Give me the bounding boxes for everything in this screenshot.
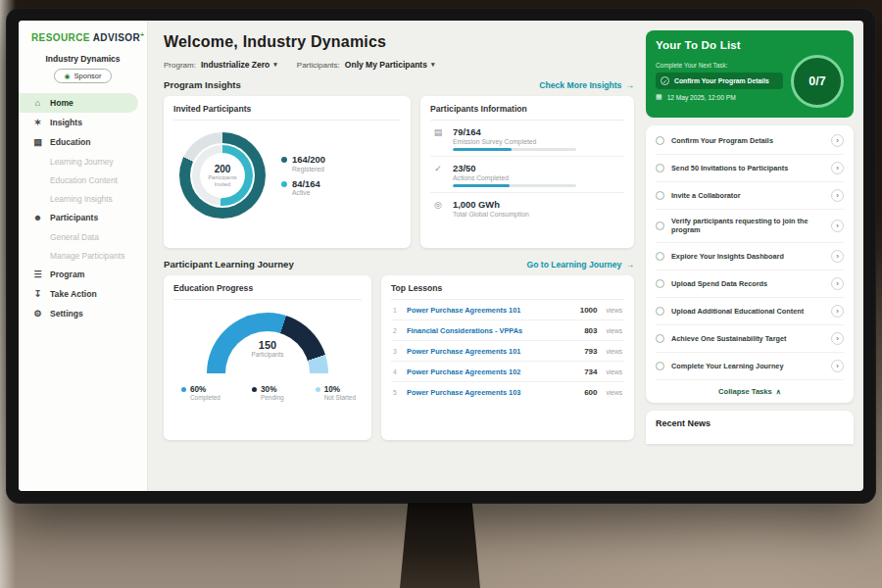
program-icon: ☰ <box>32 270 43 279</box>
task-row[interactable]: Complete Your Learning Journey › <box>656 353 844 380</box>
nav-label: General Data <box>50 232 99 242</box>
progress-bar <box>453 184 576 187</box>
sidebar-item-participants[interactable]: ☻ Participants <box>19 208 147 227</box>
task-row[interactable]: Verify participants requesting to join t… <box>656 210 844 243</box>
donut-center-value: 200 <box>215 164 231 174</box>
app-logo: RESOURCE ADVISOR+ <box>19 31 147 43</box>
sponsor-icon: ◉ <box>64 73 70 79</box>
task-radio[interactable] <box>656 136 664 145</box>
sidebar-item-program[interactable]: ☰ Program <box>19 265 147 284</box>
task-radio[interactable] <box>656 191 664 200</box>
lesson-row: 1 Power Purchase Agreements 101 1000 vie… <box>391 300 624 320</box>
chevron-right-icon[interactable]: › <box>831 162 844 174</box>
sidebar-item-insights[interactable]: ✶ Insights <box>19 113 147 132</box>
sponsor-badge[interactable]: ◉ Sponsor <box>54 69 111 83</box>
card-title: Top Lessons <box>391 283 624 300</box>
task-row[interactable]: Invite a Collaborator › <box>656 182 844 210</box>
task-radio[interactable] <box>656 252 664 261</box>
gauge-legend-dot-0 <box>181 387 186 392</box>
sidebar-item-education[interactable]: ▤ Education <box>19 132 147 152</box>
task-row[interactable]: Send 50 Invitations to Participants › <box>656 155 844 182</box>
education-gauge-chart: 150 Participants <box>207 313 328 374</box>
task-row[interactable]: Confirm Your Program Details › <box>656 127 844 155</box>
card-title: Participants Information <box>430 104 624 121</box>
insights-icon: ✶ <box>32 118 43 127</box>
sidebar-item-learning-insights[interactable]: Learning Insights <box>19 189 147 208</box>
nav-label: Home <box>50 98 74 108</box>
chevron-down-icon: ▾ <box>431 61 435 69</box>
chevron-right-icon[interactable]: › <box>831 220 844 232</box>
chevron-down-icon: ▾ <box>273 61 277 69</box>
settings-icon: ⚙ <box>32 309 43 318</box>
task-radio[interactable] <box>656 279 664 288</box>
card-title: Invited Participants <box>173 104 401 121</box>
lesson-row: 3 Power Purchase Agreements 101 793 view… <box>391 341 624 362</box>
education-progress-card: Education Progress 150 Participants 60 <box>164 275 371 440</box>
sidebar-item-manage-participants[interactable]: Manage Participants <box>19 246 147 265</box>
gauge-center-value: 150 <box>207 339 328 351</box>
todo-due-date: ▦ 12 May 2025, 12:00 PM <box>656 93 783 101</box>
survey-icon: ▤ <box>432 126 444 151</box>
chevron-right-icon[interactable]: › <box>831 305 844 318</box>
check-circle-icon: ✓ <box>661 76 669 85</box>
nav-label: Insights <box>50 118 82 127</box>
participants-filter-value: Only My Participants <box>345 60 427 70</box>
task-row[interactable]: Upload Spend Data Records › <box>656 270 844 298</box>
home-icon: ⌂ <box>32 98 43 108</box>
nav-label: Learning Insights <box>50 194 113 204</box>
todo-next-task[interactable]: ✓ Confirm Your Program Details <box>656 73 783 89</box>
take-action-icon: ↧ <box>32 289 43 299</box>
sponsor-label: Sponsor <box>74 72 102 80</box>
invited-participants-card: Invited Participants 200 Participants In… <box>164 96 411 248</box>
task-radio[interactable] <box>656 307 664 316</box>
logo-plus: + <box>140 31 145 38</box>
sidebar: RESOURCE ADVISOR+ Industry Dynamics ◉ Sp… <box>19 21 148 491</box>
progress-bar <box>453 148 576 151</box>
task-radio[interactable] <box>656 362 664 370</box>
chevron-right-icon[interactable]: › <box>831 332 844 345</box>
legend-item: 10% Not Started <box>316 385 356 401</box>
sidebar-item-education-content[interactable]: Education Content <box>19 171 147 189</box>
task-row[interactable]: Explore Your Insights Dashboard › <box>656 243 844 270</box>
participants-filter-dropdown[interactable]: Only My Participants ▾ <box>345 60 435 70</box>
screen: RESOURCE ADVISOR+ Industry Dynamics ◉ Sp… <box>19 21 863 491</box>
sidebar-item-home[interactable]: ⌂ Home <box>19 93 138 113</box>
go-to-learning-journey-link[interactable]: Go to Learning Journey → <box>526 260 634 270</box>
monitor-stand <box>400 503 480 588</box>
program-filter-dropdown[interactable]: Industrialize Zero ▾ <box>201 60 277 70</box>
lesson-row: 5 Power Purchase Agreements 103 600 view… <box>391 382 624 402</box>
filters-row: Program: Industrialize Zero ▾ Participan… <box>164 60 634 70</box>
task-radio[interactable] <box>656 334 664 343</box>
sidebar-item-learning-journey[interactable]: Learning Journey <box>19 152 147 171</box>
task-row[interactable]: Upload Additional Educational Content › <box>656 298 844 325</box>
nav-label: Education Content <box>50 175 118 185</box>
sidebar-item-settings[interactable]: ⚙ Settings <box>19 304 147 323</box>
nav-label: Program <box>50 270 84 279</box>
chevron-right-icon[interactable]: › <box>831 189 844 202</box>
lesson-link[interactable]: Power Purchase Agreements 102 <box>407 368 577 376</box>
nav-label: Education <box>50 137 91 147</box>
lesson-link[interactable]: Financial Considerations - VPPAs <box>407 326 577 335</box>
section-program-insights: Program Insights <box>164 79 241 90</box>
donut-center-label: Participants Invited <box>204 174 241 187</box>
lesson-link[interactable]: Power Purchase Agreements 101 <box>407 347 577 356</box>
gauge-legend-dot-2 <box>316 387 320 392</box>
main-content: Welcome, Industry Dynamics Program: Indu… <box>148 21 646 491</box>
gauge-legend-dot-1 <box>252 387 257 392</box>
collapse-tasks-link[interactable]: Collapse Tasks∧ <box>656 380 844 403</box>
task-radio[interactable] <box>656 164 664 172</box>
chevron-right-icon[interactable]: › <box>831 360 844 372</box>
chevron-right-icon[interactable]: › <box>831 134 844 147</box>
task-radio[interactable] <box>656 221 664 230</box>
lesson-link[interactable]: Power Purchase Agreements 101 <box>407 306 573 315</box>
check-more-insights-link[interactable]: Check More Insights → <box>539 80 634 90</box>
lesson-link[interactable]: Power Purchase Agreements 103 <box>407 388 577 397</box>
logo-resource: RESOURCE <box>31 32 90 43</box>
sidebar-item-take-action[interactable]: ↧ Take Action <box>19 284 147 304</box>
sidebar-item-general-data[interactable]: General Data <box>19 227 147 246</box>
todo-progress-ring: 0/7 <box>791 55 844 108</box>
task-row[interactable]: Achieve One Sustainability Target › <box>656 325 844 353</box>
chevron-right-icon[interactable]: › <box>831 277 844 290</box>
collapse-icon: ∧ <box>776 388 781 395</box>
chevron-right-icon[interactable]: › <box>831 250 844 263</box>
